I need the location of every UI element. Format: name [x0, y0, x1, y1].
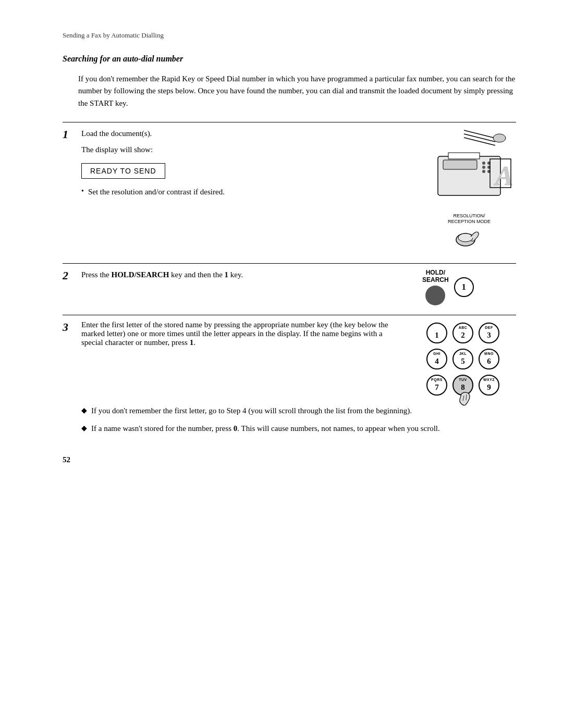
step3-row: 3 Enter the first letter of the stored n… [63, 320, 516, 398]
key-4: GHI 4 [426, 349, 447, 369]
svg-point-10 [482, 170, 485, 173]
press-hand-icon [456, 391, 477, 410]
hold-search-label: HOLD/SEARCH [422, 269, 449, 283]
page-footer: 52 [63, 455, 516, 464]
svg-line-2 [464, 138, 495, 145]
svg-line-0 [464, 130, 495, 138]
svg-rect-5 [443, 160, 477, 169]
step3-content: Enter the first letter of the stored nam… [81, 320, 412, 353]
step3-divider [63, 315, 516, 315]
step3-block: 3 Enter the first letter of the stored n… [63, 320, 516, 435]
svg-line-1 [464, 134, 495, 142]
step1-bullet: • Set the resolution and/or contrast if … [81, 186, 412, 198]
key-1-icon: 1 [454, 277, 474, 297]
step2-number: 2 [63, 269, 81, 282]
section-title: Searching for an auto-dial number [63, 54, 516, 64]
step3-bullet1-text: If you don't remember the first letter, … [91, 405, 412, 417]
fax-machine-icon: A [422, 128, 516, 211]
step1-block: 1 Load the document(s). The display will… [63, 128, 516, 254]
step1-content: Load the document(s). The display will s… [81, 128, 422, 202]
page-number: 52 [63, 455, 70, 464]
step3-bullets: ◆ If you don't remember the first letter… [63, 405, 516, 435]
keypad-grid: 1 ABC 2 DEF 3 GHI 4 [426, 323, 501, 398]
step3-bullet2-text: If a name wasn't stored for the number, … [91, 423, 440, 435]
key-9: WXYZ 9 [479, 375, 499, 396]
step3-bullet2: ◆ If a name wasn't stored for the number… [81, 423, 516, 435]
key-2: ABC 2 [452, 323, 473, 343]
keypad-area: 1 ABC 2 DEF 3 GHI 4 [412, 320, 516, 398]
step2-image-area: HOLD/SEARCH 1 [422, 269, 516, 305]
keypad-container: 1 ABC 2 DEF 3 GHI 4 [426, 323, 501, 398]
step2-bold1: HOLD/SEARCH [112, 270, 169, 279]
key-1: 1 [426, 323, 447, 343]
step3-number: 3 [63, 320, 81, 334]
step1-row: 1 Load the document(s). The display will… [63, 128, 516, 254]
step1-image-area: A RESOLUTION/RECEPTION MODE [422, 128, 516, 254]
svg-point-3 [493, 134, 506, 142]
bullet-diamond-icon: • [81, 187, 84, 195]
key-7: PQRS 7 [426, 375, 447, 396]
resolution-area: RESOLUTION/RECEPTION MODE [448, 213, 491, 254]
step2-content: Press the HOLD/SEARCH key and then the 1… [81, 269, 422, 285]
step2-bold2: 1 [225, 270, 229, 279]
resolution-label: RESOLUTION/RECEPTION MODE [448, 213, 491, 225]
hold-search-key-area: HOLD/SEARCH [422, 269, 449, 305]
page-header: Sending a Fax by Automatic Dialling [63, 31, 516, 40]
step2-row: 2 Press the HOLD/SEARCH key and then the… [63, 269, 516, 305]
step2-divider [63, 263, 516, 264]
svg-text:A: A [494, 161, 513, 191]
svg-point-6 [482, 162, 485, 165]
svg-rect-12 [448, 153, 480, 159]
step1-instruction: Load the document(s). [81, 128, 412, 140]
step2-instruction: Press the HOLD/SEARCH key and then the 1… [81, 269, 412, 281]
svg-point-8 [482, 166, 485, 169]
key-6: MNO 6 [479, 349, 499, 369]
step1-bullet-text: Set the resolution and/or contrast if de… [88, 186, 225, 198]
key-3: DEF 3 [479, 323, 499, 343]
key-8-pressed: TUV 8 [452, 375, 473, 396]
intro-paragraph: If you don't remember the Rapid Key or S… [63, 73, 516, 109]
bullet-diamond-icon-3: ◆ [81, 424, 87, 433]
step1-divider [63, 122, 516, 122]
step1-number: 1 [63, 128, 81, 141]
svg-point-16 [458, 233, 473, 242]
hold-search-key-icon [425, 286, 445, 305]
bullet-diamond-icon-2: ◆ [81, 406, 87, 415]
step3-instruction: Enter the first letter of the stored nam… [81, 320, 401, 347]
step3-bullet1: ◆ If you don't remember the first letter… [81, 405, 516, 417]
key-5: JKL 5 [452, 349, 473, 369]
resolution-button-icon [451, 225, 487, 254]
step1-display-label: The display will show: [81, 144, 412, 156]
ready-to-send-display: READY TO SEND [81, 163, 165, 179]
step2-block: 2 Press the HOLD/SEARCH key and then the… [63, 269, 516, 305]
